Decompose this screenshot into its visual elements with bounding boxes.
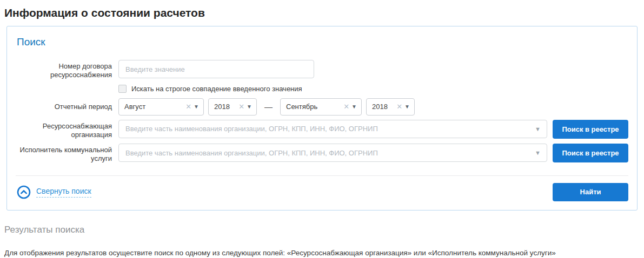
executor-row: Исполнитель коммунальной услуги ▼ Поиск … <box>16 144 628 164</box>
period-from-month-value: Август <box>124 103 185 111</box>
strict-match-label: Искать на строгое совпадение введенного … <box>131 85 302 93</box>
rso-controls: ▼ Поиск в реестре <box>118 120 628 139</box>
executor-combobox-input[interactable] <box>118 144 547 162</box>
rso-combo-wrap: ▼ <box>118 120 547 138</box>
collapse-search-block[interactable]: Свернуть поиск <box>17 185 91 199</box>
chevron-down-icon[interactable]: ▼ <box>404 104 410 110</box>
contract-number-input[interactable] <box>118 60 314 78</box>
find-button[interactable]: Найти <box>553 183 628 201</box>
clear-icon[interactable]: ✕ <box>396 103 402 111</box>
rso-row: Ресурсоснабжающая организация ▼ Поиск в … <box>16 120 628 140</box>
results-section: Результаты поиска Для отображения резуль… <box>4 211 640 257</box>
period-to-year-dropdown[interactable]: 2018 ✕ ▼ <box>366 98 415 116</box>
period-to-year-value: 2018 <box>372 103 396 111</box>
period-row: Отчетный период Август ✕ ▼ 2018 ✕ ▼ — Се… <box>16 98 628 116</box>
results-hint: Для отображения результатов осуществите … <box>4 249 638 257</box>
chevron-down-icon[interactable]: ▼ <box>535 126 541 132</box>
period-to-month-value: Сентябрь <box>286 103 343 111</box>
collapse-search-link[interactable]: Свернуть поиск <box>36 187 91 198</box>
chevron-down-icon[interactable]: ▼ <box>351 104 357 110</box>
strict-match-checkbox[interactable] <box>118 85 127 93</box>
rso-registry-search-button[interactable]: Поиск в реестре <box>553 120 628 139</box>
search-panel-title: Поиск <box>17 36 628 48</box>
results-title: Результаты поиска <box>4 225 638 235</box>
executor-label: Исполнитель коммунальной услуги <box>16 144 112 164</box>
clear-icon[interactable]: ✕ <box>343 103 349 111</box>
search-panel-footer: Свернуть поиск Найти <box>16 175 628 201</box>
contract-number-row: Номер договора ресурсоснабжения <box>16 60 628 80</box>
page: Информация о состоянии расчетов Поиск Но… <box>0 0 644 257</box>
rso-combobox-input[interactable] <box>118 120 547 138</box>
executor-registry-search-button[interactable]: Поиск в реестре <box>553 144 628 162</box>
collapse-circle-chevron-up-icon[interactable] <box>17 185 31 199</box>
period-from-year-value: 2018 <box>214 103 238 111</box>
period-label: Отчетный период <box>16 98 112 111</box>
clear-icon[interactable]: ✕ <box>185 103 191 111</box>
chevron-down-icon[interactable]: ▼ <box>194 104 199 110</box>
search-panel: Поиск Номер договора ресурсоснабжения Ис… <box>6 26 638 211</box>
period-from-month-dropdown[interactable]: Август ✕ ▼ <box>118 98 204 116</box>
period-to-month-dropdown[interactable]: Сентябрь ✕ ▼ <box>280 98 362 116</box>
clear-icon[interactable]: ✕ <box>238 103 244 111</box>
executor-controls: ▼ Поиск в реестре <box>118 144 628 162</box>
contract-number-label: Номер договора ресурсоснабжения <box>16 60 112 80</box>
executor-combo-wrap: ▼ <box>118 144 547 162</box>
period-range-dash: — <box>264 102 273 111</box>
period-group: Август ✕ ▼ 2018 ✕ ▼ — Сентябрь ✕ ▼ 2018 <box>118 98 415 116</box>
chevron-down-icon[interactable]: ▼ <box>247 104 252 110</box>
rso-label: Ресурсоснабжающая организация <box>16 120 112 140</box>
period-from-year-dropdown[interactable]: 2018 ✕ ▼ <box>208 98 257 116</box>
page-title: Информация о состоянии расчетов <box>4 4 640 25</box>
chevron-down-icon[interactable]: ▼ <box>535 150 541 156</box>
strict-match-row: Искать на строгое совпадение введенного … <box>118 85 628 93</box>
